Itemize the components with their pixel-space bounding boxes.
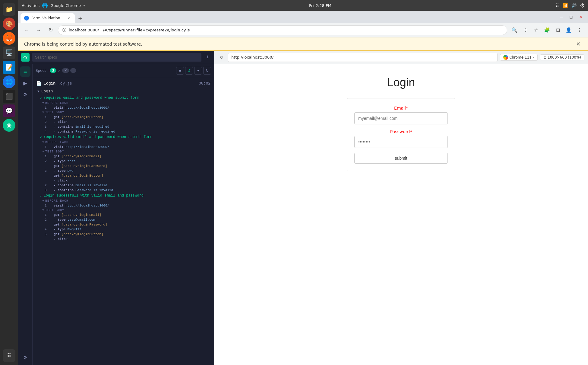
cypress-body: ≡ ▶ ⚙ ⚙ Specs 3 ✓ ✕ –	[18, 64, 214, 365]
test-3-header[interactable]: ✓ login sucessfull with valid email and …	[33, 193, 214, 199]
retry-button[interactable]: ↺	[185, 67, 193, 75]
test-2-before-each-label: ▼ BEFORE EACH	[33, 140, 214, 145]
specs-search-input[interactable]	[32, 53, 201, 62]
chrome-browser-icon	[503, 55, 508, 60]
browser-badge: Chrome 111 ▾	[500, 54, 538, 61]
test-2-cmd-7: 7 - contains Email is invalid	[33, 183, 214, 188]
paint-icon[interactable]: 🎨	[3, 18, 15, 30]
test-3-cmd-2: 2 - type test@gmail.com	[33, 217, 214, 222]
time-label: 2:28 PM	[316, 3, 331, 8]
log-file-header: 📄 login .cy.js 00:02	[33, 79, 214, 88]
grid-icon[interactable]: ⠿	[555, 3, 559, 8]
test-3-body-label: ▼ TEST BODY	[33, 208, 214, 213]
power-icon[interactable]: ⏻	[580, 3, 584, 8]
cypress-logo: cy	[21, 53, 30, 62]
test-body-arrow-1: ▼	[42, 111, 44, 114]
terminal2-icon[interactable]: ⬛	[3, 90, 15, 103]
test-2-cmd-5: get [data-cy=loginButton]	[33, 173, 214, 178]
cypress-icon[interactable]: ◉	[3, 119, 15, 132]
browser-chevron-icon: ▾	[533, 56, 534, 59]
menu-button[interactable]: ⋮	[575, 25, 584, 35]
preview-url-text: http://localhost:3000/	[231, 55, 273, 59]
bookmark-button[interactable]: ☆	[531, 25, 541, 35]
vscode-icon[interactable]: 📝	[3, 61, 15, 74]
test-1-cmd-3: 3 - contains Email is required	[33, 124, 214, 129]
address-bar[interactable]: ⓘ localhost:3000/__/#/specs/runner?file=…	[58, 25, 507, 35]
banner-close-button[interactable]: ✕	[575, 40, 582, 48]
window-maximize-button[interactable]: □	[566, 12, 576, 22]
test-2-header[interactable]: ✓ requires valid email and password when…	[33, 134, 214, 140]
preview-url-bar[interactable]: http://localhost:3000/	[228, 53, 498, 62]
test-1-header[interactable]: ✓ requires email and password when submi…	[33, 95, 214, 101]
test-3-name: login sucessfull with valid email and pa…	[44, 194, 144, 198]
stop-button[interactable]: ■	[176, 67, 184, 75]
browser-name-label: Chrome 111	[509, 55, 532, 59]
pass-icon: ✓	[58, 68, 61, 73]
test-1-body-label: ▼ TEST BODY	[33, 110, 214, 115]
search-button[interactable]: 🔍	[510, 25, 519, 35]
tab-close-button[interactable]: ×	[66, 16, 71, 21]
log-file-ext: .cy.js	[58, 81, 72, 86]
specs-nav-icon[interactable]: ≡	[20, 66, 30, 77]
runs-nav-icon[interactable]: ▶	[20, 78, 30, 88]
suite-arrow: ▼	[37, 90, 40, 93]
runner-controls: ■ ↺ ▾ ↻	[176, 67, 211, 75]
extensions-button[interactable]: 🧩	[542, 25, 552, 35]
taskbar-left: 📁 🎨 🦊 🖥️ 📝 🌐 ⬛ 💬 ◉ ⠿	[0, 0, 18, 365]
test-body-arrow-2: ▼	[42, 150, 44, 153]
fail-count-badge: ✕	[62, 68, 69, 73]
before-each-arrow-2: ▼	[42, 141, 44, 144]
terminal-icon[interactable]: 🖥️	[3, 46, 15, 59]
profile-button[interactable]: 👤	[564, 25, 574, 35]
window-minimize-button[interactable]: —	[557, 12, 566, 22]
test-2-cmd-2: 2 - type test	[33, 159, 214, 164]
reload-button[interactable]: ↻	[46, 25, 55, 35]
share-button[interactable]: ⇧	[520, 25, 530, 35]
chrome-tab-active[interactable]: 🌀 Form_Validation ×	[21, 13, 75, 23]
log-time: 00:02	[199, 81, 210, 86]
test-2-cmd-3: get [data-cy=loginPassword]	[33, 164, 214, 168]
email-input[interactable]	[354, 112, 448, 124]
check-icon-2: ✓	[40, 135, 42, 139]
slack-icon[interactable]: 💬	[3, 104, 15, 117]
chrome-titlebar: 🌀 Form_Validation × + — □ ✕	[18, 11, 588, 23]
test-3-visit: 1 visit http://localhost:3000/	[33, 203, 214, 208]
window-close-button[interactable]: ✕	[576, 12, 586, 22]
before-each-arrow-3: ▼	[42, 199, 44, 203]
skip-count-badge: –	[70, 68, 76, 73]
split-button[interactable]: ⊡	[553, 25, 563, 35]
chevron-down-icon: ▾	[83, 4, 85, 8]
suite-name: Login	[41, 89, 53, 94]
app-name-label: Google Chrome	[50, 3, 81, 8]
test-3-cmd-1: 1 get [data-cy=loginEmail]	[33, 213, 214, 217]
files-icon[interactable]: 📁	[3, 3, 15, 16]
submit-button[interactable]: submit	[354, 153, 448, 164]
test-1-name: requires email and password when submit …	[44, 96, 139, 100]
chrome-taskbar-icon[interactable]: 🌐	[3, 75, 15, 88]
toggle-button[interactable]: ▾	[194, 67, 202, 75]
test-2-visit: 1 visit http://localhost:3000/	[33, 145, 214, 149]
new-tab-button[interactable]: +	[76, 14, 84, 22]
password-input[interactable]	[354, 136, 448, 148]
wifi-icon[interactable]: 📶	[563, 3, 568, 8]
chrome-window: 🌀 Form_Validation × + — □ ✕ ← → ↻ ⓘ loca…	[18, 11, 588, 365]
size-badge: ⊡ 1000×660 (100%)	[540, 54, 584, 60]
apps-grid-icon[interactable]: ⠿	[3, 349, 15, 362]
settings-nav-icon[interactable]: ⚙	[20, 352, 30, 363]
back-button[interactable]: ←	[22, 25, 31, 35]
volume-icon[interactable]: 🔊	[571, 3, 577, 8]
forward-button[interactable]: →	[34, 25, 43, 35]
preview-refresh-button[interactable]: ↻	[218, 53, 226, 61]
add-spec-button[interactable]: +	[204, 54, 211, 61]
login-page: Login Email* Password*	[214, 64, 588, 365]
test-2-cmd-4: 3 - type pwd	[33, 168, 214, 173]
test-1-before-each-label: ▼ BEFORE EACH	[33, 101, 214, 105]
file-icon-log: 📄	[36, 81, 41, 86]
debug-nav-icon[interactable]: ⚙	[20, 89, 30, 100]
firefox-icon[interactable]: 🦊	[3, 32, 15, 45]
cypress-runner: Specs 3 ✓ ✕ – ■ ↺ ▾ ↻	[33, 64, 214, 365]
test-3-before-each-label: ▼ BEFORE EACH	[33, 199, 214, 203]
preview-toolbar: ↻ http://localhost:3000/ Chrome 111 ▾ ⊡ …	[214, 51, 588, 64]
activities-label[interactable]: Activities	[22, 3, 40, 8]
refresh-button[interactable]: ↻	[203, 67, 211, 75]
